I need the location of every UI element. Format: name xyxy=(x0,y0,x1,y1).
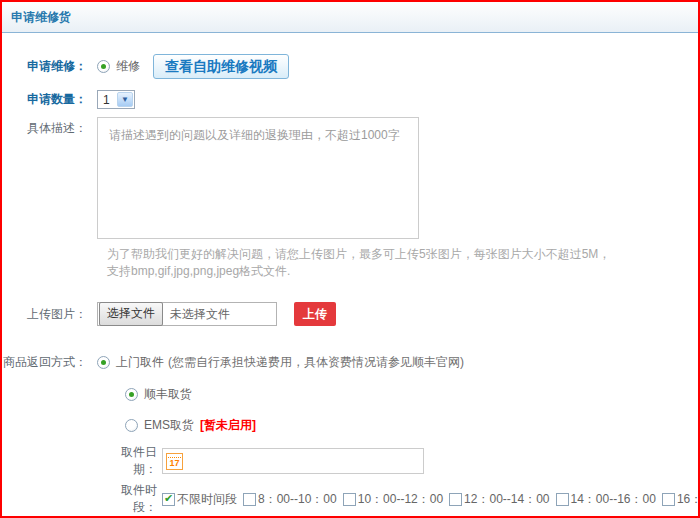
return-method-row: 商品返回方式： 上门取件 (您需自行承担快递费用，具体资费情况请参见顺丰官网) xyxy=(2,354,698,371)
choose-file-button[interactable]: 选择文件 xyxy=(99,302,163,326)
time-option-10-12[interactable]: 10：00--12：00 xyxy=(343,491,443,508)
time-checkbox-any[interactable] xyxy=(162,493,175,506)
chevron-down-icon[interactable]: ▼ xyxy=(117,92,133,107)
pickup-date-input[interactable]: 17 xyxy=(162,448,424,474)
upload-label: 上传图片： xyxy=(2,306,97,323)
repair-type-label: 申请维修： xyxy=(2,58,97,75)
upload-tip-line2: 支持bmp,gif,jpg,png,jpeg格式文件. xyxy=(107,263,698,280)
upload-tip-line1: 为了帮助我们更好的解决问题，请您上传图片，最多可上传5张图片，每张图片大小不超过… xyxy=(107,246,698,263)
page-title: 申请维修货 xyxy=(11,10,71,24)
time-option-14-16[interactable]: 14：00--16：00 xyxy=(556,491,656,508)
repair-radio-label[interactable]: 维修 xyxy=(116,58,140,75)
calendar-icon[interactable]: 17 xyxy=(166,453,183,470)
door-pickup-radio[interactable] xyxy=(97,356,110,369)
time-option-16-18[interactable]: 16：00--18：00 xyxy=(662,491,700,508)
no-file-text: 未选择文件 xyxy=(170,306,230,323)
pickup-date-row: 取件日期： 17 xyxy=(100,444,698,478)
return-method-label: 商品返回方式： xyxy=(2,354,97,371)
upload-tips: 为了帮助我们更好的解决问题，请您上传图片，最多可上传5张图片，每张图片大小不超过… xyxy=(107,246,698,280)
time-checkbox-8-10[interactable] xyxy=(243,493,256,506)
quantity-select[interactable]: 1 ▼ xyxy=(97,90,135,109)
file-input[interactable]: 选择文件 未选择文件 xyxy=(97,302,277,326)
time-checkbox-14-16[interactable] xyxy=(556,493,569,506)
view-self-repair-video-button[interactable]: 查看自助维修视频 xyxy=(153,54,289,79)
repair-request-panel: 申请维修货 申请维修： 维修 查看自助维修视频 申请数量： 1 ▼ 具体描述： … xyxy=(0,0,700,518)
calendar-icon-day: 17 xyxy=(167,458,182,469)
time-option-8-10[interactable]: 8：00--10：00 xyxy=(243,491,337,508)
repair-type-row: 申请维修： 维修 查看自助维修视频 xyxy=(2,54,698,79)
ems-pickup-radio[interactable] xyxy=(125,419,138,432)
time-checkbox-12-14[interactable] xyxy=(449,493,462,506)
sf-pickup-row: 顺丰取货 xyxy=(125,386,698,403)
pickup-time-row: 取件时段： 不限时间段 8：00--10：00 10：00--12：00 12：… xyxy=(100,482,698,516)
ems-pickup-row: EMS取货 [暂未启用] xyxy=(125,417,698,434)
time-option-any[interactable]: 不限时间段 xyxy=(162,491,237,508)
upload-button[interactable]: 上传 xyxy=(294,302,336,326)
door-pickup-note: (您需自行承担快递费用，具体资费情况请参见顺丰官网) xyxy=(168,354,464,371)
upload-row: 上传图片： 选择文件 未选择文件 上传 xyxy=(2,302,698,326)
description-row: 具体描述： xyxy=(2,117,698,239)
ems-pickup-label[interactable]: EMS取货 xyxy=(144,417,194,434)
description-textarea[interactable] xyxy=(97,117,419,239)
time-checkbox-16-18[interactable] xyxy=(662,493,675,506)
sf-pickup-label[interactable]: 顺丰取货 xyxy=(144,386,192,403)
sf-pickup-radio[interactable] xyxy=(125,388,138,401)
quantity-select-value: 1 xyxy=(98,93,117,107)
ems-disabled-badge: [暂未启用] xyxy=(200,417,256,434)
door-pickup-label[interactable]: 上门取件 xyxy=(116,354,164,371)
repair-radio[interactable] xyxy=(97,60,110,73)
panel-header: 申请维修货 xyxy=(2,2,698,33)
description-label: 具体描述： xyxy=(2,117,97,137)
pickup-time-label: 取件时段： xyxy=(100,482,162,516)
pickup-date-label: 取件日期： xyxy=(100,444,162,478)
quantity-label: 申请数量： xyxy=(2,91,97,108)
time-checkbox-10-12[interactable] xyxy=(343,493,356,506)
quantity-row: 申请数量： 1 ▼ xyxy=(2,90,698,109)
time-option-12-14[interactable]: 12：00--14：00 xyxy=(449,491,549,508)
